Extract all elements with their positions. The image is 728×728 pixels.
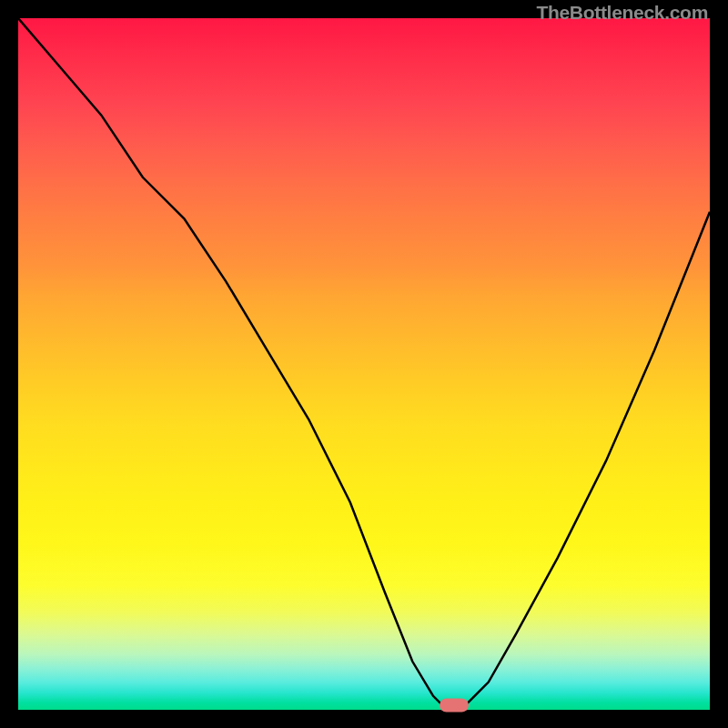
- plot-area: [18, 18, 710, 710]
- chart-container: TheBottleneck.com: [0, 0, 728, 728]
- curve-path: [18, 18, 710, 710]
- optimal-marker: [440, 698, 469, 712]
- watermark-label: TheBottleneck.com: [536, 2, 708, 24]
- bottleneck-curve: [18, 18, 710, 710]
